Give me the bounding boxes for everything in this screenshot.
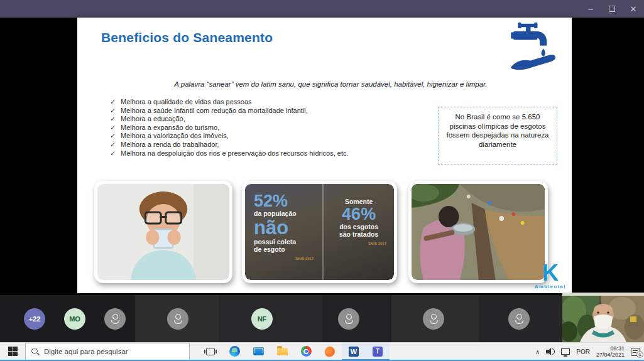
search-input[interactable]: [44, 348, 170, 355]
list-item-text: Melhora a educação,: [121, 115, 185, 124]
logo-letter: K: [532, 262, 569, 284]
notification-center-icon[interactable]: 1: [631, 348, 640, 356]
speaker-icon[interactable]: [546, 348, 555, 355]
list-item: ✓ Melhora a expansão do turismo,: [110, 124, 424, 132]
checkmark-icon: ✓: [110, 124, 121, 132]
stat-46-percent: 46%: [329, 206, 389, 223]
brk-ambiental-logo: K Ambiental: [532, 262, 569, 289]
chrome-icon: [301, 346, 312, 357]
word-icon: W: [349, 347, 359, 357]
image-child-polluted-stream: [408, 181, 548, 283]
checkmark-icon: ✓: [110, 141, 121, 149]
avast-button[interactable]: [318, 343, 342, 360]
language-indicator[interactable]: POR: [576, 348, 590, 355]
person-icon: [109, 313, 121, 325]
checkmark-icon: ✓: [110, 132, 121, 141]
time-label: 09:31: [610, 345, 625, 352]
participant-avatar[interactable]: [423, 308, 444, 330]
minimize-button[interactable]: –: [580, 0, 601, 18]
file-explorer-button[interactable]: [270, 343, 294, 360]
participant-avatar-nf[interactable]: NF: [251, 308, 273, 330]
speaker-waves: [552, 348, 555, 355]
shared-slide: Beneficios do Saneamento: [77, 18, 572, 293]
photo-child-polluted-stream: [412, 184, 545, 280]
participant-avatar-mo[interactable]: MO: [64, 308, 85, 330]
network-icon[interactable]: [561, 348, 570, 355]
checkmark-icon: ✓: [110, 98, 121, 107]
search-icon: [31, 347, 39, 355]
stat-text: dos esgotos: [329, 223, 389, 231]
maximize-icon: [609, 6, 615, 12]
date-label: 27/04/2021: [596, 352, 625, 358]
edge-button[interactable]: [222, 343, 246, 360]
checkmark-icon: ✓: [110, 115, 121, 124]
stat-no-collection: 52% da população não possui coleta de es…: [245, 184, 322, 280]
file-explorer-icon: [277, 348, 288, 355]
tray-chevron-up-icon[interactable]: ∧: [535, 348, 540, 355]
image-sanitation-statistics: 52% da população não possui coleta de es…: [242, 181, 397, 283]
benefits-list: ✓ Melhora a qualidade de vidas das pesso…: [110, 98, 424, 158]
chrome-button[interactable]: [294, 343, 318, 360]
participant-avatar[interactable]: [167, 308, 188, 330]
teams-icon: T: [373, 347, 383, 357]
person-icon: [513, 313, 525, 325]
overflow-participants-badge[interactable]: +22: [24, 308, 45, 330]
list-item-text: Melhora a expansão do turismo,: [121, 124, 219, 132]
start-button[interactable]: [0, 343, 25, 360]
participant-avatar[interactable]: [104, 308, 126, 330]
self-video-feed[interactable]: [562, 293, 644, 342]
stat-source: SNIS 2017: [254, 257, 320, 261]
checkmark-icon: ✓: [110, 149, 121, 158]
notification-badge: 1: [636, 351, 643, 358]
person-icon: [343, 313, 354, 325]
list-item: ✓ Melhora na despoluição dos rios e pres…: [110, 149, 424, 158]
word-button[interactable]: W: [342, 343, 366, 360]
stat-text: de esgoto: [254, 245, 320, 254]
stat-treated: Somente 46% dos esgotos são tratados SNI…: [322, 184, 394, 280]
slide-title: Beneficios do Saneamento: [101, 30, 273, 45]
taskbar-apps: W T: [199, 343, 390, 360]
logo-subtitle: Ambiental: [532, 284, 569, 289]
faucet-hand-icon: [505, 21, 563, 74]
list-item-text: Melhora a valorização dos imóveis,: [121, 132, 229, 141]
windows-logo-icon: [8, 347, 18, 356]
teams-button[interactable]: T: [366, 343, 390, 360]
avast-icon: [324, 345, 336, 357]
maximize-button[interactable]: [601, 0, 623, 18]
slide-subtitle: A palavra “sanear” vem do latim sanu, qu…: [134, 80, 528, 88]
person-icon: [428, 313, 439, 325]
mail-button[interactable]: [246, 343, 270, 360]
clock[interactable]: 09:31 27/04/2021: [596, 345, 625, 358]
webcam-video: [562, 293, 644, 342]
task-view-button[interactable]: [199, 343, 222, 360]
windows-taskbar: W T ∧ POR 09:31 27/04/2021 1: [0, 342, 644, 360]
teams-window: – ✕ Beneficios do Saneamento: [0, 0, 644, 361]
stat-text: são tratados: [329, 230, 389, 239]
participant-strip: +22 MO NF: [0, 295, 644, 342]
list-item: ✓ Melhora a qualidade de vidas das pesso…: [110, 98, 424, 107]
taskbar-search[interactable]: [25, 343, 190, 360]
photo-slum-statistics: 52% da população não possui coleta de es…: [245, 184, 394, 280]
mail-icon: [253, 347, 264, 355]
stat-text: possui coleta: [254, 238, 320, 246]
stat-52-percent: 52%: [254, 193, 320, 210]
list-item: ✓ Melhora a valorização dos imóveis,: [110, 132, 424, 141]
list-item-text: Melhora a renda do trabalhador,: [121, 141, 219, 149]
participant-avatar[interactable]: [338, 308, 359, 330]
list-item: ✓ Melhora a saúde Infantil com redução d…: [110, 107, 424, 116]
window-controls: – ✕: [580, 0, 644, 18]
stat-nao: não: [254, 218, 320, 238]
meeting-stage: Beneficios do Saneamento: [0, 18, 644, 295]
stat-source: SNIS 2017: [329, 242, 389, 245]
edge-icon: [229, 346, 240, 357]
close-button[interactable]: ✕: [623, 0, 644, 18]
brasil-callout-box: No Brasil é como se 5.650 piscinas olímp…: [438, 107, 557, 164]
list-item-text: Melhora a qualidade de vidas das pessoas: [121, 98, 252, 107]
image-boy-drinking-water: [94, 181, 232, 283]
window-titlebar: – ✕: [0, 0, 644, 18]
task-view-icon: [206, 348, 215, 355]
participant-avatar[interactable]: [508, 308, 530, 330]
list-item-text: Melhora na despoluição dos rios e preser…: [121, 149, 349, 158]
list-item: ✓ Melhora a educação,: [110, 115, 424, 124]
system-tray: ∧ POR 09:31 27/04/2021 1: [535, 343, 644, 360]
